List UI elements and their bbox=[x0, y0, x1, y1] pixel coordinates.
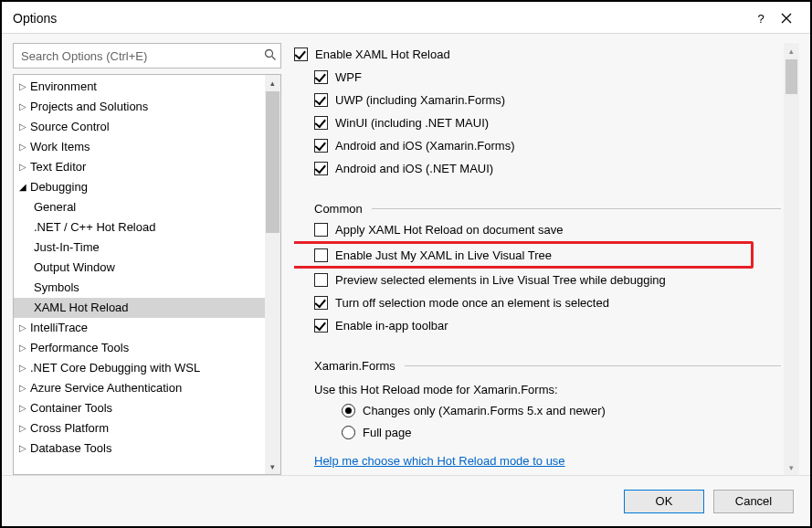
search-icon[interactable] bbox=[264, 48, 277, 64]
chevron-right-icon[interactable]: ▷ bbox=[17, 318, 28, 338]
chevron-right-icon[interactable]: ▷ bbox=[17, 157, 28, 177]
tree-item-work-items[interactable]: ▷Work Items bbox=[14, 137, 280, 157]
common-setting-row[interactable]: Turn off selection mode once an element … bbox=[294, 291, 781, 314]
cancel-button[interactable]: Cancel bbox=[713, 490, 794, 513]
tree-item-label: General bbox=[34, 197, 76, 217]
close-button[interactable] bbox=[774, 7, 799, 29]
tree-item-cross-platform[interactable]: ▷Cross Platform bbox=[14, 418, 280, 438]
tree-item-projects-and-solutions[interactable]: ▷Projects and Solutions bbox=[14, 97, 280, 117]
tree-item-label: Database Tools bbox=[30, 438, 111, 459]
checkbox[interactable] bbox=[314, 273, 328, 287]
checkbox-label: Enable in-app toolbar bbox=[335, 319, 448, 333]
search-field[interactable] bbox=[13, 43, 281, 69]
tree-item-output-window[interactable]: Output Window bbox=[14, 258, 280, 278]
radio-button[interactable] bbox=[342, 404, 355, 417]
chevron-right-icon[interactable]: ▷ bbox=[17, 398, 28, 418]
checkbox[interactable] bbox=[314, 296, 328, 310]
common-setting-row[interactable]: Apply XAML Hot Reload on document save bbox=[294, 218, 781, 241]
help-button[interactable]: ? bbox=[748, 7, 774, 29]
tree-item-label: Output Window bbox=[34, 258, 115, 278]
tree-item-debugging[interactable]: ◢Debugging bbox=[14, 177, 280, 197]
chevron-right-icon[interactable]: ▷ bbox=[17, 117, 28, 137]
radio-row[interactable]: Full page bbox=[294, 421, 781, 443]
tree-item-symbols[interactable]: Symbols bbox=[14, 278, 280, 298]
tree-item--net-c-hot-reload[interactable]: .NET / C++ Hot Reload bbox=[14, 217, 280, 238]
framework-row[interactable]: Android and iOS (.NET MAUI) bbox=[294, 157, 781, 180]
tree-item-database-tools[interactable]: ▷Database Tools bbox=[14, 438, 280, 459]
tree-item-performance-tools[interactable]: ▷Performance Tools bbox=[14, 338, 280, 358]
checkbox[interactable] bbox=[314, 248, 328, 262]
checkbox[interactable] bbox=[314, 139, 328, 153]
enable-hot-reload-row[interactable]: Enable XAML Hot Reload bbox=[294, 43, 781, 66]
scroll-thumb[interactable] bbox=[786, 59, 797, 94]
category-tree[interactable]: ▴ ▾ ▷Environment▷Projects and Solutions▷… bbox=[13, 74, 281, 475]
scroll-down-icon[interactable]: ▾ bbox=[784, 459, 799, 475]
chevron-right-icon[interactable]: ▷ bbox=[17, 97, 28, 117]
tree-item-label: .NET Core Debugging with WSL bbox=[30, 358, 200, 378]
checkbox[interactable] bbox=[314, 319, 328, 333]
chevron-right-icon[interactable]: ▷ bbox=[17, 338, 28, 358]
search-input[interactable] bbox=[21, 49, 264, 63]
tree-item-container-tools[interactable]: ▷Container Tools bbox=[14, 398, 280, 418]
tree-item-environment[interactable]: ▷Environment bbox=[14, 77, 280, 97]
checkbox[interactable] bbox=[314, 223, 328, 237]
highlighted-setting[interactable]: Enable Just My XAML in Live Visual Tree bbox=[294, 241, 754, 269]
scroll-down-icon[interactable]: ▾ bbox=[265, 459, 280, 474]
help-link[interactable]: Help me choose which Hot Reload mode to … bbox=[294, 454, 565, 468]
tree-item-text-editor[interactable]: ▷Text Editor bbox=[14, 157, 280, 177]
checkbox-label: Turn off selection mode once an element … bbox=[335, 296, 609, 310]
radio-button[interactable] bbox=[342, 426, 355, 439]
common-setting-row[interactable]: Enable in-app toolbar bbox=[294, 314, 781, 337]
chevron-right-icon[interactable]: ▷ bbox=[17, 137, 28, 157]
chevron-right-icon[interactable]: ▷ bbox=[17, 378, 28, 398]
checkbox[interactable] bbox=[314, 116, 328, 130]
radio-label: Full page bbox=[363, 426, 411, 439]
options-dialog: Options ? ▴ ▾ ▷Environment▷Projects and … bbox=[0, 0, 812, 528]
chevron-right-icon[interactable]: ▷ bbox=[17, 418, 28, 438]
svg-line-1 bbox=[272, 56, 276, 59]
framework-row[interactable]: UWP (including Xamarin.Forms) bbox=[294, 89, 781, 111]
divider bbox=[372, 208, 781, 209]
common-setting-row[interactable]: Preview selected elements in Live Visual… bbox=[294, 269, 781, 291]
chevron-down-icon[interactable]: ◢ bbox=[17, 177, 28, 197]
tree-item-label: Azure Service Authentication bbox=[30, 378, 182, 398]
radio-row[interactable]: Changes only (Xamarin.Forms 5.x and newe… bbox=[294, 399, 781, 421]
scroll-thumb[interactable] bbox=[266, 91, 279, 233]
left-pane: ▴ ▾ ▷Environment▷Projects and Solutions▷… bbox=[13, 43, 281, 475]
divider bbox=[405, 365, 781, 366]
checkbox[interactable] bbox=[314, 93, 328, 107]
checkbox-label: Enable Just My XAML in Live Visual Tree bbox=[335, 248, 552, 262]
framework-row[interactable]: Android and iOS (Xamarin.Forms) bbox=[294, 134, 781, 157]
chevron-right-icon[interactable]: ▷ bbox=[17, 438, 28, 459]
tree-item-label: Cross Platform bbox=[30, 418, 109, 438]
checkbox[interactable] bbox=[314, 162, 328, 175]
tree-scrollbar[interactable]: ▴ ▾ bbox=[265, 75, 280, 474]
tree-item-intellitrace[interactable]: ▷IntelliTrace bbox=[14, 318, 280, 338]
tree-item-general[interactable]: General bbox=[14, 197, 280, 217]
checkbox-label: Android and iOS (.NET MAUI) bbox=[335, 162, 493, 175]
enable-hot-reload-checkbox[interactable] bbox=[294, 48, 308, 61]
checkbox-label: WinUI (including .NET MAUI) bbox=[335, 116, 489, 130]
panel-scrollbar[interactable]: ▴ ▾ bbox=[784, 43, 799, 475]
checkbox-label: Apply XAML Hot Reload on document save bbox=[335, 223, 564, 237]
chevron-right-icon[interactable]: ▷ bbox=[17, 358, 28, 378]
tree-item-xaml-hot-reload[interactable]: XAML Hot Reload bbox=[14, 298, 280, 318]
checkbox-label: Android and iOS (Xamarin.Forms) bbox=[335, 139, 515, 153]
tree-item-label: Debugging bbox=[30, 177, 88, 197]
tree-item-azure-service-authentication[interactable]: ▷Azure Service Authentication bbox=[14, 378, 280, 398]
framework-row[interactable]: WinUI (including .NET MAUI) bbox=[294, 111, 781, 134]
xamarin-group-title: Xamarin.Forms bbox=[314, 359, 395, 373]
chevron-right-icon[interactable]: ▷ bbox=[17, 77, 28, 97]
tree-item--net-core-debugging-with-wsl[interactable]: ▷.NET Core Debugging with WSL bbox=[14, 358, 280, 378]
tree-item-label: Performance Tools bbox=[30, 338, 129, 358]
ok-button[interactable]: OK bbox=[624, 490, 704, 513]
svg-point-0 bbox=[266, 49, 273, 57]
framework-row[interactable]: WPF bbox=[294, 66, 781, 89]
scroll-up-icon[interactable]: ▴ bbox=[265, 75, 280, 90]
tree-item-just-in-time[interactable]: Just-In-Time bbox=[14, 238, 280, 258]
dialog-body: ▴ ▾ ▷Environment▷Projects and Solutions▷… bbox=[2, 34, 810, 475]
checkbox[interactable] bbox=[314, 70, 328, 84]
radio-label: Changes only (Xamarin.Forms 5.x and newe… bbox=[363, 404, 606, 417]
tree-item-source-control[interactable]: ▷Source Control bbox=[14, 117, 280, 137]
scroll-up-icon[interactable]: ▴ bbox=[784, 43, 799, 58]
